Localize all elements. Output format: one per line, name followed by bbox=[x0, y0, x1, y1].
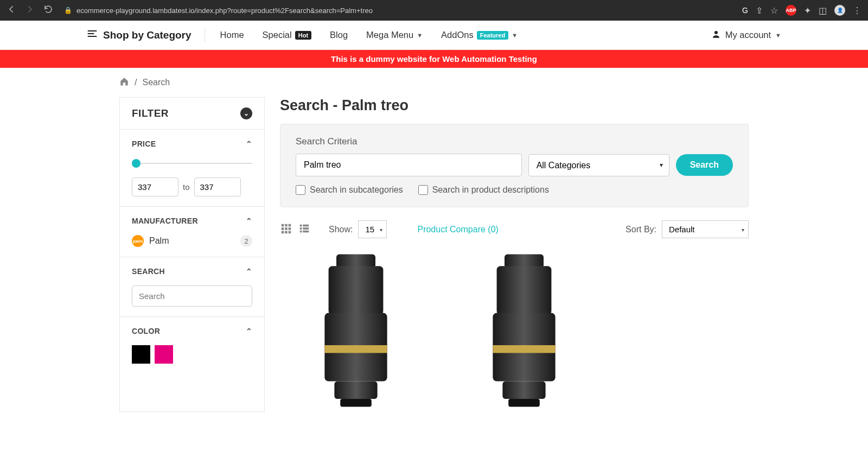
chrome-menu-icon[interactable]: ⋮ bbox=[853, 5, 861, 16]
product-card[interactable] bbox=[448, 249, 600, 412]
profile-avatar[interactable]: 👤 bbox=[834, 5, 845, 16]
google-icon[interactable]: G bbox=[742, 6, 748, 15]
price-slider[interactable] bbox=[132, 158, 252, 169]
product-card[interactable] bbox=[280, 249, 432, 412]
svg-rect-3 bbox=[289, 224, 291, 226]
url-bar[interactable]: 🔒 ecommerce-playground.lambdatest.io/ind… bbox=[64, 7, 731, 15]
manufacturer-palm[interactable]: palm Palm 2 bbox=[132, 235, 252, 247]
chevron-down-icon: ▼ bbox=[512, 32, 518, 39]
svg-rect-8 bbox=[285, 231, 288, 233]
dummy-banner: This is a dummy website for Web Automati… bbox=[0, 50, 868, 68]
filter-header[interactable]: FILTER ⌄ bbox=[120, 98, 264, 129]
filter-search-head[interactable]: SEARCH ⌃ bbox=[132, 267, 252, 276]
filter-color: COLOR ⌃ bbox=[120, 316, 264, 373]
svg-rect-10 bbox=[300, 224, 302, 226]
nav-addons[interactable]: AddOns Featured ▼ bbox=[441, 30, 518, 40]
nav-account[interactable]: My account ▼ bbox=[711, 29, 781, 41]
filter-color-head[interactable]: COLOR ⌃ bbox=[132, 327, 252, 335]
nav-blog[interactable]: Blog bbox=[330, 30, 348, 40]
search-criteria-panel: Search Criteria All Categories ▾ Search … bbox=[280, 124, 749, 207]
sort-select[interactable]: Default bbox=[662, 220, 749, 238]
back-icon[interactable] bbox=[7, 4, 16, 16]
featured-badge: Featured bbox=[477, 31, 508, 40]
search-button[interactable]: Search bbox=[676, 154, 733, 176]
show-label: Show: bbox=[329, 225, 353, 234]
nav-home[interactable]: Home bbox=[220, 30, 244, 40]
extensions-icon[interactable]: ✦ bbox=[804, 5, 811, 16]
descriptions-checkbox[interactable]: Search in product descriptions bbox=[418, 185, 549, 195]
svg-rect-2 bbox=[285, 224, 288, 226]
hot-badge: Hot bbox=[295, 31, 311, 40]
svg-rect-14 bbox=[300, 230, 302, 232]
svg-rect-15 bbox=[303, 230, 309, 232]
breadcrumb: / Search bbox=[119, 68, 749, 97]
svg-rect-20 bbox=[334, 382, 377, 399]
camera-lens-image bbox=[307, 252, 405, 409]
search-keyword-input[interactable] bbox=[296, 154, 522, 176]
forward-icon[interactable] bbox=[25, 4, 35, 16]
nav-mega-menu[interactable]: Mega Menu ▼ bbox=[366, 30, 423, 40]
home-icon[interactable] bbox=[119, 77, 129, 88]
svg-rect-1 bbox=[282, 224, 284, 226]
star-icon[interactable]: ☆ bbox=[770, 5, 778, 16]
list-view-icon[interactable] bbox=[298, 223, 310, 237]
reload-icon[interactable] bbox=[43, 4, 53, 16]
abp-icon[interactable]: ABP bbox=[786, 5, 796, 16]
svg-rect-19 bbox=[324, 345, 387, 353]
subcategories-checkbox[interactable]: Search in subcategories bbox=[296, 185, 403, 195]
price-max-input[interactable] bbox=[194, 177, 241, 196]
chevron-down-icon: ▼ bbox=[775, 32, 781, 39]
lock-icon: 🔒 bbox=[64, 7, 72, 14]
svg-rect-26 bbox=[502, 382, 545, 399]
svg-rect-23 bbox=[497, 266, 552, 315]
svg-rect-16 bbox=[336, 255, 375, 268]
svg-rect-6 bbox=[289, 227, 291, 230]
category-select[interactable]: All Categories bbox=[528, 154, 669, 176]
chevron-down-icon: ▼ bbox=[417, 32, 423, 39]
filter-manufacturer-head[interactable]: MANUFACTURER ⌃ bbox=[132, 217, 252, 225]
top-nav: Shop by Category Home Special Hot Blog M… bbox=[0, 21, 868, 50]
palm-logo: palm bbox=[132, 235, 144, 247]
shop-by-category[interactable]: Shop by Category bbox=[87, 28, 205, 42]
svg-rect-7 bbox=[282, 231, 284, 233]
grid-view-icon[interactable] bbox=[280, 223, 292, 237]
svg-rect-13 bbox=[303, 227, 309, 230]
svg-rect-4 bbox=[282, 227, 284, 230]
panel-icon[interactable]: ◫ bbox=[819, 5, 827, 16]
color-swatch-pink[interactable] bbox=[155, 345, 173, 364]
chevron-down-icon: ⌄ bbox=[240, 107, 252, 119]
chevron-up-icon: ⌃ bbox=[246, 327, 252, 335]
filter-manufacturer: MANUFACTURER ⌃ palm Palm 2 bbox=[120, 206, 264, 257]
nav-special[interactable]: Special Hot bbox=[263, 30, 311, 40]
camera-lens-image bbox=[475, 252, 573, 409]
svg-rect-9 bbox=[289, 231, 291, 233]
svg-rect-22 bbox=[505, 255, 544, 268]
breadcrumb-sep: / bbox=[135, 78, 137, 87]
svg-rect-17 bbox=[329, 266, 384, 315]
shop-by-label: Shop by Category bbox=[103, 29, 192, 41]
svg-rect-11 bbox=[303, 224, 309, 226]
product-grid bbox=[280, 249, 749, 412]
chevron-up-icon: ⌃ bbox=[246, 267, 252, 276]
slider-handle[interactable] bbox=[132, 159, 141, 168]
svg-rect-5 bbox=[285, 227, 288, 230]
filter-price-head[interactable]: PRICE ⌃ bbox=[132, 139, 252, 148]
product-compare-link[interactable]: Product Compare (0) bbox=[417, 225, 498, 234]
share-icon[interactable]: ⇪ bbox=[756, 5, 763, 16]
chevron-up-icon: ⌃ bbox=[246, 217, 252, 225]
breadcrumb-search[interactable]: Search bbox=[142, 78, 170, 87]
filter-price: PRICE ⌃ to bbox=[120, 129, 264, 206]
search-criteria-label: Search Criteria bbox=[296, 136, 733, 147]
filter-search: SEARCH ⌃ bbox=[120, 257, 264, 316]
color-swatch-black[interactable] bbox=[132, 345, 150, 364]
price-min-input[interactable] bbox=[132, 177, 178, 196]
sidebar-search-input[interactable] bbox=[132, 285, 252, 307]
price-to-label: to bbox=[183, 182, 190, 192]
show-select[interactable]: 15 bbox=[358, 220, 387, 238]
hamburger-icon bbox=[87, 28, 98, 42]
page-title: Search - Palm treo bbox=[280, 97, 749, 114]
chevron-up-icon: ⌃ bbox=[246, 139, 252, 148]
svg-point-0 bbox=[714, 31, 718, 34]
results-toolbar: Show: 15 ▾ Product Compare (0) Sort By: … bbox=[280, 218, 749, 249]
url-text: ecommerce-playground.lambdatest.io/index… bbox=[76, 7, 373, 15]
